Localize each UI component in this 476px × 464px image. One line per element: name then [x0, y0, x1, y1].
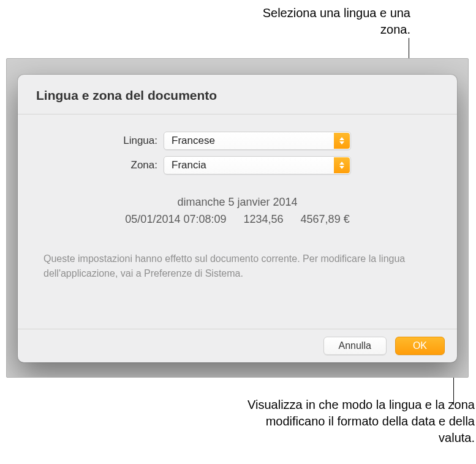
preview-datetime: 05/01/2014 07:08:09 — [125, 211, 226, 228]
preview-currency: 4567,89 € — [301, 211, 350, 228]
language-region-dialog: Lingua e zona del documento Lingua: Fran… — [18, 75, 457, 362]
language-popup[interactable]: Francese — [164, 132, 351, 150]
dialog-title: Lingua e zona del documento — [18, 75, 457, 114]
region-popup-value: Francia — [172, 159, 206, 171]
region-row: Zona: Francia — [41, 156, 434, 174]
cancel-button[interactable]: Annulla — [323, 337, 387, 355]
language-popup-value: Francese — [172, 135, 215, 147]
preview-decimal: 1234,56 — [244, 211, 284, 228]
language-row: Lingua: Francese — [41, 132, 434, 150]
dialog-body: Lingua: Francese Zona: Francia dimanche … — [18, 114, 457, 329]
callout-select-language-region: Seleziona una lingua e una zona. — [233, 5, 410, 38]
updown-arrows-icon — [334, 133, 350, 149]
screenshot-backdrop: Lingua e zona del documento Lingua: Fran… — [6, 58, 469, 378]
ok-button[interactable]: OK — [395, 337, 445, 355]
help-text: Queste impostazioni hanno effetto sul do… — [41, 252, 434, 281]
format-preview: dimanche 5 janvier 2014 05/01/2014 07:08… — [41, 194, 434, 228]
region-popup[interactable]: Francia — [164, 156, 351, 174]
dialog-footer: Annulla OK — [18, 329, 457, 362]
preview-long-date: dimanche 5 janvier 2014 — [41, 194, 434, 211]
updown-arrows-icon — [334, 157, 350, 173]
callout-preview-explanation: Visualizza in che modo la lingua e la zo… — [227, 397, 475, 446]
region-label: Zona: — [41, 159, 164, 171]
language-label: Lingua: — [41, 135, 164, 147]
